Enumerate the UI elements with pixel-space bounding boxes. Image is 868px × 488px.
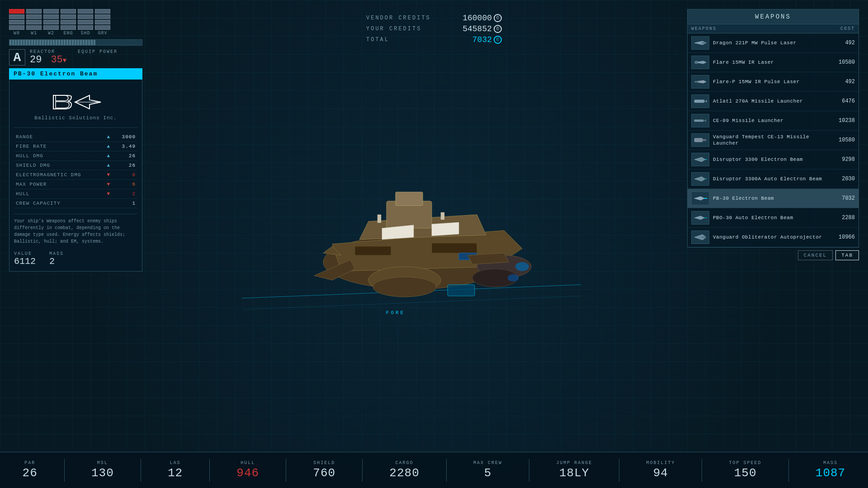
weapon-item-10[interactable]: Vanguard Obliterator Autoprojector 10966 [688,228,859,247]
stat-cargo: CARGO 2280 [389,460,419,480]
weapon-cost-0: 492 [828,40,855,46]
svg-point-51 [508,274,519,282]
left-panel: W0 W1 W2 [9,9,142,272]
stat-topspeed-label: TOP SPEED [729,460,762,465]
stat-maxcrew-label: MAX CREW [473,460,502,465]
weapon-item-7[interactable]: Disruptor 3300A Auto Electron Beam 2030 [688,169,859,189]
mass-item: MASS 2 [49,251,64,267]
stat-range-name: RANGE [14,132,105,142]
slot-grv-label: GRV [98,31,107,36]
weapon-name-6: Disruptor 3300 Electron Beam [713,156,824,163]
selected-weapon-title: PB-30 Electron Beam [9,68,142,80]
stat-row-shielddmg: SHIELD DMG ▲ 26 [14,161,137,170]
stat-hull-label: HULL [241,460,255,465]
stat-msl: MSL 130 [91,460,114,480]
weapon-name-3: Atlatl 270A Missile Launcher [713,98,824,104]
stat-msl-value: 130 [91,466,114,480]
stat-mobility: MOBILITY 94 [646,460,675,480]
weapon-name-8: PB-30 Electron Beam [713,195,824,202]
weapon-item-8[interactable]: PB-30 Electron Beam 7032 [688,189,859,208]
stat-maxpower-arrow: ▼ [105,180,115,189]
weapon-item-4[interactable]: CE-09 Missile Launcher 10238 [688,111,859,131]
stat-range-val: 3000 [114,132,137,142]
slot-w1[interactable]: W1 [26,9,42,36]
stat-maxpower-name: MAX POWER [14,180,105,189]
equip-power-label: EQUIP POWER [78,49,118,54]
weapon-item-2[interactable]: Flare-P 15MW IR Pulse Laser 492 [688,72,859,92]
svg-rect-45 [396,192,423,206]
svg-rect-67 [695,81,698,83]
logo-svg [49,91,103,113]
value-item: VALUE 6112 [14,251,36,267]
weapon-item-9[interactable]: PBO-30 Auto Electron Beam 2288 [688,208,859,228]
your-credits-label: YOUR CREDITS [366,26,421,32]
weapon-name-5: Vanguard Tempest CE-13 Missile Launcher [713,134,824,147]
slot-w2[interactable]: W2 [43,9,59,36]
svg-marker-71 [703,119,706,122]
weapon-name-4: CE-09 Missile Launcher [713,117,824,124]
stat-mass-value: 1087 [816,466,845,480]
your-credits-value: 545852 © [462,24,502,33]
stat-emdmg-val: 0 [114,170,137,180]
svg-point-50 [515,262,529,271]
svg-rect-65 [702,42,706,44]
svg-rect-70 [694,120,703,122]
bottom-bar: PAR 26 MSL 130 LAS 12 HULL 946 SHIELD 76… [0,452,868,488]
slot-grv[interactable]: GRV [95,9,110,36]
stat-las: LAS 12 [168,460,183,480]
ship-display: FORE [140,0,683,452]
slot-w2-label: W2 [48,31,54,36]
weapon-name-10: Vanguard Obliterator Autoprojector [713,234,824,240]
top-hud: VENDOR CREDITS 160000 © YOUR CREDITS 545… [366,14,502,46]
reactor-info: REACTOR EQUIP POWER 29 35▼ [30,49,142,66]
equip-power-value: 35▼ [51,54,66,66]
stat-hull-name: HULL [14,189,105,199]
stat-row-firerate: FIRE RATE ▲ 3.49 [14,142,137,151]
weapon-item-0[interactable]: Dragon 221P MW Pulse Laser 492 [688,33,859,53]
credits-icon: © [494,14,502,22]
stat-crew-arrow [105,199,115,208]
slot-w0[interactable]: W0 [9,9,24,36]
mass-display: 2 [49,256,64,267]
col-weapons-label: WEAPONS [691,26,819,31]
stat-par: PAR 26 [23,460,38,480]
stat-mobility-value: 94 [653,466,668,480]
divider-10 [788,459,789,482]
weapon-cost-6: 9298 [828,156,855,163]
weapon-name-1: Flare 15MW IR Laser [713,59,824,66]
svg-point-66 [695,61,698,64]
stat-mass: MASS 1087 [816,460,845,480]
stat-las-value: 12 [168,466,183,480]
weapon-cost-5: 10580 [828,137,855,143]
stat-row-range: RANGE ▲ 3000 [14,132,137,142]
stat-shielddmg-name: SHIELD DMG [14,161,105,170]
weapon-icon-9 [691,211,709,225]
weapon-name-9: PBO-30 Auto Electron Beam [713,215,824,221]
slot-eng[interactable]: ENG [61,9,76,36]
weapon-cost-10: 10966 [828,234,855,240]
stat-firerate-val: 3.49 [114,142,137,151]
weapon-icon-7 [691,172,709,186]
cancel-button[interactable]: CANCEL [798,250,833,260]
value-display: 6112 [14,256,36,267]
slot-w0-label: W0 [14,31,20,36]
stat-firerate-arrow: ▲ [105,142,115,151]
stat-jumprange: JUMP RANGE 18LY [556,460,592,480]
weapon-item-5[interactable]: Vanguard Tempest CE-13 Missile Launcher … [688,131,859,150]
divider-4 [286,459,286,482]
weapon-item-3[interactable]: Atlatl 270A Missile Launcher 6476 [688,92,859,111]
weapon-slots-bar: W0 W1 W2 [9,9,142,36]
slot-shd[interactable]: SHD [78,9,93,36]
tab-button[interactable]: TAB [835,250,859,260]
weapons-panel-header: WEAPONS [687,9,859,24]
weapon-item-6[interactable]: Disruptor 3300 Electron Beam 9298 [688,150,859,169]
stat-shield: SHIELD 760 [313,460,335,480]
stat-hulldmg-name: HULL DMG [14,151,105,161]
stat-emdmg-arrow: ▼ [105,170,115,180]
stat-hull: HULL 946 [236,460,259,480]
divider-2 [141,459,141,482]
stat-hulldmg-val: 26 [114,151,137,161]
weapon-item-1[interactable]: Flare 15MW IR Laser 10580 [688,53,859,72]
power-bar-fill [9,40,95,45]
svg-rect-72 [694,138,703,142]
